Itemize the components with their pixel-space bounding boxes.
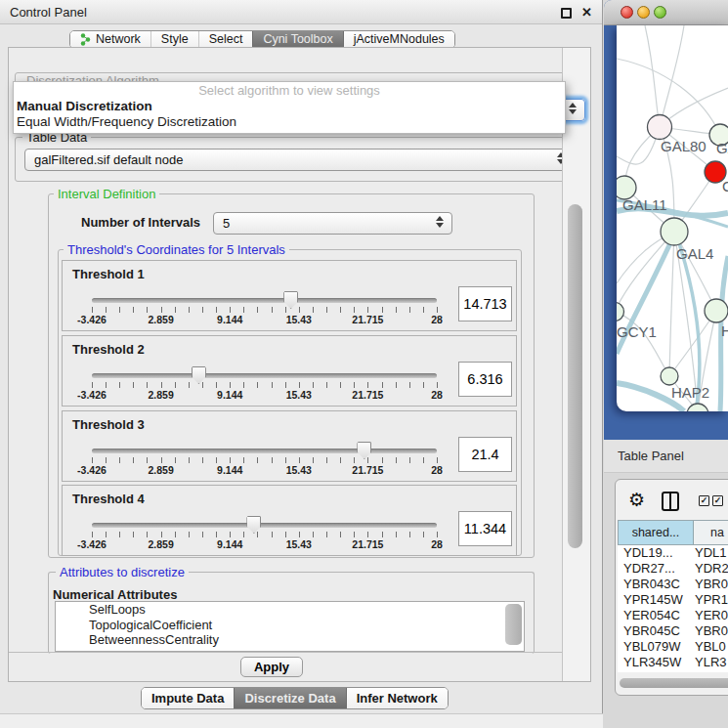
table-row[interactable]: YBL079WYBL0 (618, 639, 728, 655)
table-row[interactable]: YER054CYER0 (618, 608, 728, 623)
tab-cyni-toolbox[interactable]: Cyni Toolbox (252, 31, 342, 48)
popup-option-equal-width-frequency[interactable]: Equal Width/Frequency Discretization (14, 114, 565, 130)
attribute-item[interactable]: TopologicalCoefficient (72, 618, 524, 633)
table-row[interactable]: YBR045CYBR0 (618, 623, 728, 639)
cell-name[interactable]: YBR0 (695, 623, 728, 639)
checkbox-icon[interactable]: ✓ (699, 495, 709, 506)
cell-shared-name[interactable]: YBR045C (618, 623, 695, 639)
footer-strip (0, 714, 603, 728)
cell-shared-name[interactable]: YDL19... (618, 545, 695, 561)
tick-label: 9.144 (217, 389, 242, 401)
tick-label: 9.144 (217, 464, 242, 476)
cell-name[interactable]: YBR0 (695, 577, 728, 592)
popup-option-manual-discretization[interactable]: Manual Discretization (14, 99, 565, 114)
list-scrollbar[interactable] (505, 604, 522, 645)
zoom-traffic-light-icon[interactable] (654, 6, 666, 19)
minimize-traffic-light-icon[interactable] (637, 6, 650, 19)
columns-icon[interactable] (662, 492, 679, 511)
tick-label: 21.715 (352, 314, 383, 325)
tick-label: 15.43 (286, 314, 312, 325)
node-label-gcy1: GCY1 (617, 323, 657, 340)
content-scrollbar[interactable] (562, 48, 590, 681)
network-window-titlebar[interactable] (604, 0, 728, 25)
tab-style[interactable]: Style (150, 31, 198, 48)
node-right[interactable] (705, 299, 728, 322)
close-traffic-light-icon[interactable] (621, 6, 633, 19)
cell-shared-name[interactable]: YER054C (618, 608, 695, 623)
numerical-attributes-label: Numerical Attributes (53, 587, 177, 602)
slider-tick-labels: -3.4262.8599.14415.4321.71528 (92, 538, 438, 551)
table-row[interactable]: YDL19...YDL1 (618, 545, 728, 561)
checkbox-icon[interactable]: ✓ (712, 495, 723, 506)
tab-network[interactable]: Network (70, 31, 150, 48)
tab-impute-data[interactable]: Impute Data (142, 688, 234, 708)
cell-name[interactable]: YPR1 (695, 592, 728, 608)
network-canvas[interactable]: GAL80 GA GAL11 C GAL4 GCY1 H HAP2 (617, 25, 728, 411)
threshold-4-slider-track[interactable] (92, 523, 437, 528)
table-rows[interactable]: YDL19...YDL1YDR27...YDR2YBR043CYBR0YPR14… (618, 545, 728, 672)
threshold-4-value-field[interactable] (458, 511, 512, 546)
network-view-window: GAL80 GA GAL11 C GAL4 GCY1 H HAP2 (604, 0, 728, 441)
slider-ticks (92, 307, 438, 313)
tab-infer-network[interactable]: Infer Network (346, 688, 448, 708)
threshold-2-row: Threshold 2 -3.4262.8599.14415.4321.7152… (62, 335, 517, 407)
cyni-bottom-tabs: Impute Data Discretize Data Infer Networ… (141, 687, 449, 709)
threshold-1-value-field[interactable] (458, 286, 512, 321)
cell-name[interactable]: YLR3 (695, 655, 728, 670)
tick-label: -3.426 (77, 464, 107, 476)
threshold-2-value-field[interactable] (458, 362, 512, 397)
tick-label: 9.144 (217, 314, 242, 325)
apply-button[interactable]: Apply (240, 657, 303, 677)
table-row[interactable]: YPR145WYPR1 (618, 592, 728, 608)
cell-shared-name[interactable]: YLR345W (618, 655, 695, 670)
attribute-item[interactable]: SelfLoops (72, 602, 524, 618)
table-row[interactable]: YIL052CYIL0 (618, 670, 728, 672)
cell-name[interactable]: YDL1 (695, 545, 728, 561)
tick-label: 28 (431, 389, 443, 401)
cell-name[interactable]: YER0 (695, 608, 728, 623)
table-panel-titlebar: Table Panel (604, 440, 728, 473)
numerical-attributes-list[interactable]: SelfLoopsTopologicalCoefficientBetweenne… (55, 601, 525, 652)
tab-select[interactable]: Select (198, 31, 253, 48)
cell-name[interactable]: YIL0 (695, 670, 728, 672)
content-scrollbar-thumb[interactable] (568, 204, 582, 548)
attribute-item[interactable]: BetweennessCentrality (72, 632, 524, 648)
table-row[interactable]: YBR043CYBR0 (618, 577, 728, 592)
cell-shared-name[interactable]: YDR27... (618, 561, 695, 577)
threshold-3-label: Threshold 3 (72, 417, 145, 432)
cell-shared-name[interactable]: YBR043C (618, 577, 695, 592)
tab-discretize-data[interactable]: Discretize Data (234, 688, 345, 708)
gear-icon[interactable]: ⚙ (628, 490, 645, 511)
node-gal80[interactable] (648, 115, 672, 140)
threshold-3-value-field[interactable] (458, 437, 512, 472)
cell-shared-name[interactable]: YIL052C (618, 670, 695, 672)
tick-label: -3.426 (77, 314, 107, 325)
cell-name[interactable]: YDR2 (695, 561, 728, 577)
node-gcy1[interactable] (617, 303, 624, 321)
threshold-1-label: Threshold 1 (72, 267, 145, 281)
threshold-4-label: Threshold 4 (72, 492, 145, 506)
table-horizontal-scrollbar[interactable] (620, 678, 728, 688)
column-header-shared[interactable]: shared... (619, 521, 694, 544)
node-hap2[interactable] (661, 367, 678, 385)
node-gal4[interactable] (661, 218, 688, 245)
thresholds-group-label: Threshold's Coordinates for 5 Intervals (64, 242, 289, 257)
number-of-intervals-combo[interactable]: 5 (213, 212, 452, 235)
threshold-1-slider-track[interactable] (92, 298, 437, 303)
column-header-name[interactable]: na (694, 521, 728, 544)
table-data-combo[interactable]: galFiltered.sif default node (24, 149, 574, 171)
control-panel: Control Panel ✕ Network Style Select Cyn… (0, 0, 603, 728)
tab-jactivemnodules[interactable]: jActiveMNodules (343, 31, 454, 48)
float-window-icon[interactable] (561, 8, 572, 19)
cell-name[interactable]: YBL0 (695, 639, 728, 655)
cell-shared-name[interactable]: YPR145W (618, 592, 695, 608)
control-panel-title-text: Control Panel (10, 5, 87, 20)
node-bottom[interactable] (687, 404, 708, 411)
threshold-3-slider-track[interactable] (92, 449, 437, 453)
threshold-2-slider-track[interactable] (92, 373, 437, 378)
table-row[interactable]: YLR345WYLR3 (618, 655, 728, 670)
cell-shared-name[interactable]: YBL079W (618, 639, 695, 655)
close-icon[interactable]: ✕ (581, 4, 592, 21)
table-row[interactable]: YDR27...YDR2 (618, 561, 728, 577)
tick-label: 21.715 (352, 538, 383, 550)
